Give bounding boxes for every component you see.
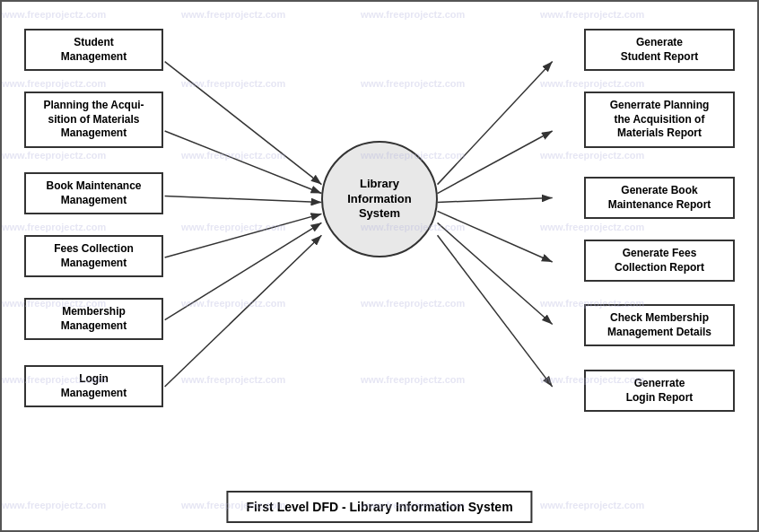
right-box-membership: Check MembershipManagement Details <box>584 304 735 346</box>
watermark: www.freeprojectz.com <box>540 9 644 20</box>
left-box-book: Book MaintenanceManagement <box>24 172 163 214</box>
center-circle: LibraryInformationSystem <box>321 141 438 257</box>
watermark: www.freeprojectz.com <box>181 222 285 232</box>
svg-line-10 <box>438 211 553 262</box>
watermark: www.freeprojectz.com <box>361 298 465 309</box>
svg-line-1 <box>165 62 322 185</box>
watermark: www.freeprojectz.com <box>181 374 285 385</box>
right-box-login: GenerrateLogin Report <box>584 370 735 412</box>
watermark: www.freeprojectz.com <box>2 500 106 510</box>
svg-line-12 <box>438 235 553 387</box>
watermark: www.freeprojectz.com <box>540 222 644 232</box>
svg-line-7 <box>438 62 553 185</box>
svg-line-11 <box>438 222 553 324</box>
watermark: www.freeprojectz.com <box>181 78 285 89</box>
left-box-planning: Planning the Acqui-sition of MaterialsMa… <box>24 92 163 148</box>
watermark: www.freeprojectz.com <box>181 9 285 20</box>
right-box-fees: Generate FeesCollection Report <box>584 240 735 282</box>
watermark: www.freeprojectz.com <box>361 374 465 385</box>
left-box-login: LoginManagement <box>24 365 163 407</box>
watermark: www.freeprojectz.com <box>361 9 465 20</box>
watermark: www.freeprojectz.com <box>181 298 285 309</box>
left-box-student: StudentManagement <box>24 29 163 71</box>
watermark: www.freeprojectz.com <box>2 150 106 161</box>
watermark: www.freeprojectz.com <box>540 150 644 161</box>
svg-line-5 <box>165 222 322 319</box>
footer-label: First Level DFD - Library Information Sy… <box>226 491 532 523</box>
watermark: www.freeprojectz.com <box>2 78 106 89</box>
watermark: www.freeprojectz.com <box>361 78 465 89</box>
main-container: www.freeprojectz.com www.freeprojectz.co… <box>0 0 759 532</box>
svg-line-8 <box>438 131 553 194</box>
svg-line-4 <box>165 214 322 257</box>
watermark: www.freeprojectz.com <box>540 78 644 89</box>
watermark: www.freeprojectz.com <box>540 500 644 510</box>
watermark: www.freeprojectz.com <box>2 222 106 232</box>
right-box-book: Generate BookMaintenance Report <box>584 177 735 219</box>
right-box-student: GenerateStudent Report <box>584 29 735 71</box>
svg-line-3 <box>165 196 322 203</box>
svg-line-6 <box>165 235 322 387</box>
svg-line-2 <box>165 131 322 194</box>
left-box-fees: Fees CollectionManagement <box>24 235 163 277</box>
left-box-membership: MembershipManagement <box>24 298 163 340</box>
right-box-planning: Generrate Planningthe Acquisition ofMate… <box>584 92 735 148</box>
svg-line-9 <box>438 198 553 203</box>
watermark: www.freeprojectz.com <box>181 150 285 161</box>
watermark: www.freeprojectz.com <box>2 9 106 20</box>
